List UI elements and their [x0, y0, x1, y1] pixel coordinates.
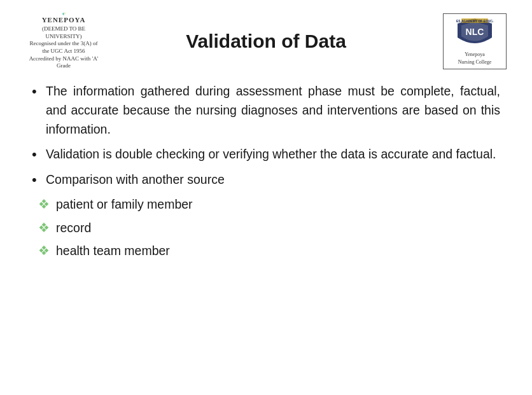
header: YENEPOYA (DEEMED TO BE UNIVERSITY) Recog…	[25, 13, 507, 70]
logo-right: NLC NURSES ACADEMY OF EDUCATION Yenepoya…	[430, 13, 507, 70]
bullet-item-3: • Comparison with another source	[32, 170, 500, 190]
bullet-text-3: Comparison with another source	[46, 170, 500, 189]
nursing-college-name: Yenepoya Nursing College	[458, 51, 492, 65]
svg-text:NURSES ACADEMY OF EDUCATION: NURSES ACADEMY OF EDUCATION	[456, 19, 493, 23]
bullet-dot-2: •	[32, 144, 46, 165]
diamond-icon-1: ❖	[38, 195, 56, 214]
nursing-college-emblem-icon: NLC NURSES ACADEMY OF EDUCATION	[456, 17, 493, 49]
slide-title: Validation of Data	[102, 31, 430, 52]
bullet-text-1: The information gathered during assessme…	[46, 81, 500, 139]
bullet-item-2: • Validation is double checking or verif…	[32, 144, 500, 165]
yenepoya-subtitle: (DEEMED TO BE UNIVERSITY) Recognised und…	[25, 25, 102, 70]
diamond-text-1: patient or family member	[56, 195, 500, 214]
diamond-item-1: ❖ patient or family member	[32, 195, 500, 214]
diamond-text-3: health team member	[56, 241, 500, 260]
bullet-item-1: • The information gathered during assess…	[32, 81, 500, 139]
bullet-text-2: Validation is double checking or verifyi…	[46, 144, 500, 163]
svg-point-0	[63, 13, 64, 14]
svg-text:NLC: NLC	[466, 27, 484, 37]
diamond-text-2: record	[56, 218, 500, 237]
bullet-dot-3: •	[32, 170, 46, 190]
logo-left: YENEPOYA (DEEMED TO BE UNIVERSITY) Recog…	[25, 13, 102, 70]
diamond-icon-3: ❖	[38, 241, 56, 260]
nursing-college-logo-box: NLC NURSES ACADEMY OF EDUCATION Yenepoya…	[443, 13, 507, 69]
bullet-dot-1: •	[32, 81, 46, 102]
yenepoya-name: YENEPOYA	[42, 16, 86, 24]
slide: YENEPOYA (DEEMED TO BE UNIVERSITY) Recog…	[0, 0, 532, 395]
title-area: Validation of Data	[102, 31, 430, 52]
content-area: • The information gathered during assess…	[25, 81, 507, 260]
diamond-item-3: ❖ health team member	[32, 241, 500, 260]
diamond-icon-2: ❖	[38, 218, 56, 237]
diamond-item-2: ❖ record	[32, 218, 500, 237]
